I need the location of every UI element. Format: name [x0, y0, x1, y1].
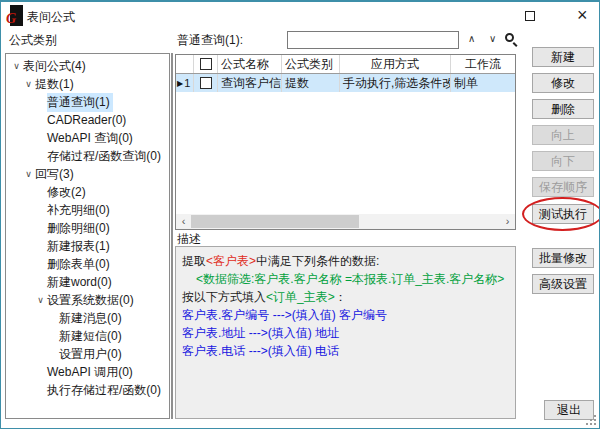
cell-formula-category: 提数 [282, 74, 340, 92]
description-line: <数据筛选:客户表.客户名称 =本报表.订单_主表.客户名称> [196, 270, 509, 288]
tree-item[interactable]: 补充明细(0) [6, 201, 169, 219]
table-row[interactable]: ▶1 查询客户信息 提数 手动执行,筛选条件改变... 制单 [176, 74, 515, 92]
cell-formula-name: 查询客户信息 [218, 74, 282, 92]
description-line: 客户表.客户编号 --->(填入值) 客户编号 [182, 306, 509, 324]
tree-item[interactable]: 设置用户(0) [6, 345, 169, 363]
app-icon: G [10, 5, 23, 26]
description-line: 按以下方式填入<订单_主表>： [182, 288, 509, 306]
current-row-icon: ▶ [177, 79, 183, 88]
description-line: 提取<客户表>中满足下列条件的数据: [182, 252, 509, 270]
delete-button[interactable]: 删除 [532, 99, 594, 119]
category-tree: ∨表间公式(4) ∨提数(1) 普通查询(1) CADReader(0) Web… [5, 53, 170, 419]
tree-item[interactable]: ∨提数(1) [6, 75, 169, 93]
chevron-down-icon[interactable]: ∨ [22, 79, 35, 89]
tree-item[interactable]: 删除明细(0) [6, 219, 169, 237]
tree-item[interactable]: 新建短信(0) [6, 327, 169, 345]
row-marker-header [176, 55, 194, 73]
search-icon[interactable] [505, 33, 514, 42]
tree-item[interactable]: 删除表单(0) [6, 255, 169, 273]
description-line: 客户表.电话 --->(填入值) 电话 [182, 342, 509, 360]
query-table: 公式名称 公式类别 应用方式 工作流 ▶1 查询客户信息 提数 手动执行,筛选条… [175, 54, 516, 230]
select-all-cell [194, 55, 218, 73]
tree-item[interactable]: WebAPI 调用(0) [6, 363, 169, 381]
search-input[interactable] [287, 31, 459, 49]
search-next-icon[interactable]: ∨ [489, 33, 496, 44]
scroll-right-icon[interactable]: › [500, 214, 515, 229]
dialog-window: G 表间公式 × 公式类别 普通查询(1): ∧ ∨ ∨表间公式(4) ∨提数(… [0, 0, 600, 429]
tree-item[interactable]: ∨表间公式(4) [6, 57, 169, 75]
cell-apply-mode: 手动执行,筛选条件改变... [340, 74, 451, 92]
tree-item[interactable]: 存储过程/函数查询(0) [6, 147, 169, 165]
window-title: 表间公式 [27, 9, 75, 26]
panel-splitter[interactable] [171, 53, 173, 419]
category-panel-label: 公式类别 [9, 32, 57, 49]
batch-modify-button[interactable]: 批量修改 [532, 248, 594, 268]
chevron-down-icon[interactable]: ∨ [22, 169, 35, 179]
tree-item[interactable]: 新建word(0) [6, 273, 169, 291]
row-checkbox-cell [194, 74, 218, 92]
tree-item[interactable]: 执行存储过程/函数(0) [6, 381, 169, 399]
advanced-settings-button[interactable]: 高级设置 [532, 274, 594, 294]
title-bar: G 表间公式 × [1, 2, 599, 30]
chevron-down-icon[interactable]: ∨ [10, 61, 23, 71]
column-header[interactable]: 公式类别 [282, 55, 340, 73]
move-down-button[interactable]: 向下 [532, 151, 594, 171]
new-button[interactable]: 新建 [532, 47, 594, 67]
maximize-button[interactable] [525, 11, 535, 21]
scrollbar-thumb[interactable] [191, 215, 359, 228]
chevron-down-icon[interactable]: ∨ [34, 295, 47, 305]
test-run-button[interactable]: 测试执行 [532, 204, 594, 224]
tree-item[interactable]: CADReader(0) [6, 111, 169, 129]
row-header-cell: ▶1 [176, 74, 194, 92]
tree-item-selected[interactable]: 普通查询(1) [6, 93, 169, 111]
move-up-button[interactable]: 向上 [532, 125, 594, 145]
cell-workflow: 制单 [451, 74, 515, 92]
search-prev-icon[interactable]: ∧ [468, 33, 475, 44]
tree-item[interactable]: ∨回写(3) [6, 165, 169, 183]
tree-item[interactable]: 新建报表(1) [6, 237, 169, 255]
save-order-button[interactable]: 保存顺序 [532, 177, 594, 197]
table-header-row: 公式名称 公式类别 应用方式 工作流 [176, 55, 515, 74]
column-header[interactable]: 工作流 [451, 55, 515, 73]
select-all-checkbox[interactable] [200, 58, 212, 70]
horizontal-scrollbar[interactable]: ‹ › [176, 214, 515, 229]
resize-grip-icon[interactable] [586, 415, 596, 425]
modify-button[interactable]: 修改 [532, 73, 594, 93]
column-header[interactable]: 应用方式 [340, 55, 451, 73]
description-line: 客户表.地址 --->(填入值) 地址 [182, 324, 509, 342]
tree-item[interactable]: ∨设置系统数据(0) [6, 291, 169, 309]
row-checkbox[interactable] [200, 77, 212, 89]
tree-item[interactable]: 修改(2) [6, 183, 169, 201]
scroll-left-icon[interactable]: ‹ [176, 214, 191, 229]
query-list-label: 普通查询(1): [177, 32, 243, 49]
column-header[interactable]: 公式名称 [218, 55, 282, 73]
tree-item[interactable]: WebAPI 查询(0) [6, 129, 169, 147]
tree-item[interactable]: 新建消息(0) [6, 309, 169, 327]
description-panel: 提取<客户表>中满足下列条件的数据: <数据筛选:客户表.客户名称 =本报表.订… [175, 246, 516, 419]
close-button[interactable]: × [577, 5, 588, 25]
